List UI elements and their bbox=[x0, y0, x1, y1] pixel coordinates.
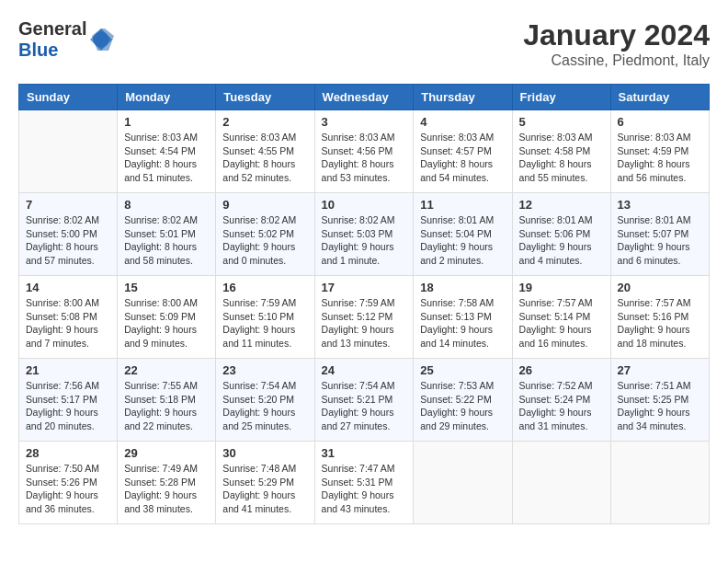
logo-blue: Blue bbox=[18, 40, 58, 60]
day-info: Sunrise: 8:03 AMSunset: 4:59 PMDaylight:… bbox=[618, 131, 702, 185]
day-info: Sunrise: 7:48 AMSunset: 5:29 PMDaylight:… bbox=[222, 462, 307, 516]
table-row: 12Sunrise: 8:01 AMSunset: 5:06 PMDayligh… bbox=[512, 193, 610, 276]
day-info: Sunrise: 8:03 AMSunset: 4:54 PMDaylight:… bbox=[124, 131, 209, 185]
calendar-week-row: 1Sunrise: 8:03 AMSunset: 4:54 PMDaylight… bbox=[19, 110, 710, 193]
logo: General Blue bbox=[18, 18, 114, 61]
day-info: Sunrise: 7:53 AMSunset: 5:22 PMDaylight:… bbox=[420, 379, 505, 433]
calendar-week-row: 14Sunrise: 8:00 AMSunset: 5:08 PMDayligh… bbox=[19, 276, 710, 359]
day-info: Sunrise: 8:01 AMSunset: 5:04 PMDaylight:… bbox=[420, 213, 505, 268]
day-info: Sunrise: 7:50 AMSunset: 5:26 PMDaylight:… bbox=[26, 462, 110, 516]
table-row: 8Sunrise: 8:02 AMSunset: 5:01 PMDaylight… bbox=[118, 193, 216, 276]
table-row: 29Sunrise: 7:49 AMSunset: 5:28 PMDayligh… bbox=[118, 442, 216, 524]
day-info: Sunrise: 7:59 AMSunset: 5:10 PMDaylight:… bbox=[222, 296, 307, 350]
day-number: 9 bbox=[222, 198, 307, 212]
table-row: 21Sunrise: 7:56 AMSunset: 5:17 PMDayligh… bbox=[19, 359, 118, 442]
calendar-week-row: 28Sunrise: 7:50 AMSunset: 5:26 PMDayligh… bbox=[19, 442, 710, 524]
day-number: 28 bbox=[26, 446, 110, 460]
day-number: 29 bbox=[124, 446, 209, 460]
table-row: 15Sunrise: 8:00 AMSunset: 5:09 PMDayligh… bbox=[118, 276, 216, 359]
table-row: 10Sunrise: 8:02 AMSunset: 5:03 PMDayligh… bbox=[314, 193, 414, 276]
day-info: Sunrise: 7:54 AMSunset: 5:20 PMDaylight:… bbox=[222, 379, 307, 433]
day-number: 23 bbox=[222, 363, 307, 377]
day-info: Sunrise: 7:57 AMSunset: 5:16 PMDaylight:… bbox=[618, 296, 702, 350]
table-row: 28Sunrise: 7:50 AMSunset: 5:26 PMDayligh… bbox=[19, 442, 118, 524]
day-number: 2 bbox=[222, 115, 307, 129]
table-row: 9Sunrise: 8:02 AMSunset: 5:02 PMDaylight… bbox=[216, 193, 314, 276]
day-number: 7 bbox=[26, 198, 110, 212]
page-header: General Blue January 2024 Cassine, Piedm… bbox=[18, 18, 710, 69]
table-row bbox=[512, 442, 610, 524]
day-number: 17 bbox=[322, 281, 407, 294]
day-info: Sunrise: 8:01 AMSunset: 5:07 PMDaylight:… bbox=[618, 213, 702, 268]
day-number: 13 bbox=[618, 198, 702, 212]
table-row: 7Sunrise: 8:02 AMSunset: 5:00 PMDaylight… bbox=[19, 193, 118, 276]
table-row bbox=[19, 110, 118, 193]
col-thursday: Thursday bbox=[414, 85, 512, 110]
day-number: 4 bbox=[420, 115, 505, 129]
day-info: Sunrise: 8:02 AMSunset: 5:01 PMDaylight:… bbox=[124, 213, 209, 268]
day-info: Sunrise: 7:52 AMSunset: 5:24 PMDaylight:… bbox=[519, 379, 604, 433]
day-number: 26 bbox=[519, 363, 604, 377]
day-info: Sunrise: 7:55 AMSunset: 5:18 PMDaylight:… bbox=[124, 379, 209, 433]
logo-general: General bbox=[18, 18, 86, 39]
day-info: Sunrise: 7:47 AMSunset: 5:31 PMDaylight:… bbox=[322, 462, 407, 516]
day-info: Sunrise: 7:59 AMSunset: 5:12 PMDaylight:… bbox=[322, 296, 407, 350]
day-info: Sunrise: 7:56 AMSunset: 5:17 PMDaylight:… bbox=[26, 379, 110, 433]
day-number: 24 bbox=[322, 363, 407, 377]
table-row: 24Sunrise: 7:54 AMSunset: 5:21 PMDayligh… bbox=[314, 359, 414, 442]
table-row: 23Sunrise: 7:54 AMSunset: 5:20 PMDayligh… bbox=[216, 359, 314, 442]
title-area: January 2024 Cassine, Piedmont, Italy bbox=[523, 18, 710, 69]
day-number: 16 bbox=[222, 281, 307, 294]
col-monday: Monday bbox=[118, 85, 216, 110]
day-number: 21 bbox=[26, 363, 110, 377]
day-info: Sunrise: 7:54 AMSunset: 5:21 PMDaylight:… bbox=[322, 379, 407, 433]
day-info: Sunrise: 8:00 AMSunset: 5:09 PMDaylight:… bbox=[124, 296, 209, 350]
table-row: 4Sunrise: 8:03 AMSunset: 4:57 PMDaylight… bbox=[414, 110, 512, 193]
table-row: 25Sunrise: 7:53 AMSunset: 5:22 PMDayligh… bbox=[414, 359, 512, 442]
table-row: 1Sunrise: 8:03 AMSunset: 4:54 PMDaylight… bbox=[118, 110, 216, 193]
day-info: Sunrise: 8:02 AMSunset: 5:02 PMDaylight:… bbox=[222, 213, 307, 268]
col-saturday: Saturday bbox=[610, 85, 709, 110]
day-number: 12 bbox=[519, 198, 604, 212]
location-label: Cassine, Piedmont, Italy bbox=[523, 52, 710, 69]
day-info: Sunrise: 8:02 AMSunset: 5:03 PMDaylight:… bbox=[322, 213, 407, 268]
day-number: 18 bbox=[420, 281, 505, 294]
calendar-header-row: Sunday Monday Tuesday Wednesday Thursday… bbox=[19, 85, 710, 110]
day-info: Sunrise: 8:03 AMSunset: 4:58 PMDaylight:… bbox=[519, 131, 604, 185]
day-number: 31 bbox=[322, 446, 407, 460]
table-row: 17Sunrise: 7:59 AMSunset: 5:12 PMDayligh… bbox=[314, 276, 414, 359]
calendar-week-row: 7Sunrise: 8:02 AMSunset: 5:00 PMDaylight… bbox=[19, 193, 710, 276]
table-row: 18Sunrise: 7:58 AMSunset: 5:13 PMDayligh… bbox=[414, 276, 512, 359]
day-info: Sunrise: 7:51 AMSunset: 5:25 PMDaylight:… bbox=[618, 379, 702, 433]
day-number: 10 bbox=[322, 198, 407, 212]
col-tuesday: Tuesday bbox=[216, 85, 314, 110]
calendar-week-row: 21Sunrise: 7:56 AMSunset: 5:17 PMDayligh… bbox=[19, 359, 710, 442]
day-number: 27 bbox=[618, 363, 702, 377]
day-number: 5 bbox=[519, 115, 604, 129]
calendar-table: Sunday Monday Tuesday Wednesday Thursday… bbox=[18, 84, 710, 524]
day-number: 25 bbox=[420, 363, 505, 377]
day-number: 19 bbox=[519, 281, 604, 294]
table-row: 2Sunrise: 8:03 AMSunset: 4:55 PMDaylight… bbox=[216, 110, 314, 193]
day-info: Sunrise: 8:00 AMSunset: 5:08 PMDaylight:… bbox=[26, 296, 110, 350]
table-row: 14Sunrise: 8:00 AMSunset: 5:08 PMDayligh… bbox=[19, 276, 118, 359]
day-info: Sunrise: 7:49 AMSunset: 5:28 PMDaylight:… bbox=[124, 462, 209, 516]
table-row: 27Sunrise: 7:51 AMSunset: 5:25 PMDayligh… bbox=[610, 359, 709, 442]
table-row: 31Sunrise: 7:47 AMSunset: 5:31 PMDayligh… bbox=[314, 442, 414, 524]
table-row: 16Sunrise: 7:59 AMSunset: 5:10 PMDayligh… bbox=[216, 276, 314, 359]
day-info: Sunrise: 7:57 AMSunset: 5:14 PMDaylight:… bbox=[519, 296, 604, 350]
day-info: Sunrise: 8:02 AMSunset: 5:00 PMDaylight:… bbox=[26, 213, 110, 268]
day-number: 8 bbox=[124, 198, 209, 212]
table-row: 20Sunrise: 7:57 AMSunset: 5:16 PMDayligh… bbox=[610, 276, 709, 359]
logo-text: General Blue bbox=[18, 18, 86, 61]
day-info: Sunrise: 8:03 AMSunset: 4:55 PMDaylight:… bbox=[222, 131, 307, 185]
day-number: 22 bbox=[124, 363, 209, 377]
table-row: 22Sunrise: 7:55 AMSunset: 5:18 PMDayligh… bbox=[118, 359, 216, 442]
table-row: 19Sunrise: 7:57 AMSunset: 5:14 PMDayligh… bbox=[512, 276, 610, 359]
table-row: 11Sunrise: 8:01 AMSunset: 5:04 PMDayligh… bbox=[414, 193, 512, 276]
day-info: Sunrise: 7:58 AMSunset: 5:13 PMDaylight:… bbox=[420, 296, 505, 350]
col-friday: Friday bbox=[512, 85, 610, 110]
table-row bbox=[414, 442, 512, 524]
day-number: 14 bbox=[26, 281, 110, 294]
day-number: 15 bbox=[124, 281, 209, 294]
